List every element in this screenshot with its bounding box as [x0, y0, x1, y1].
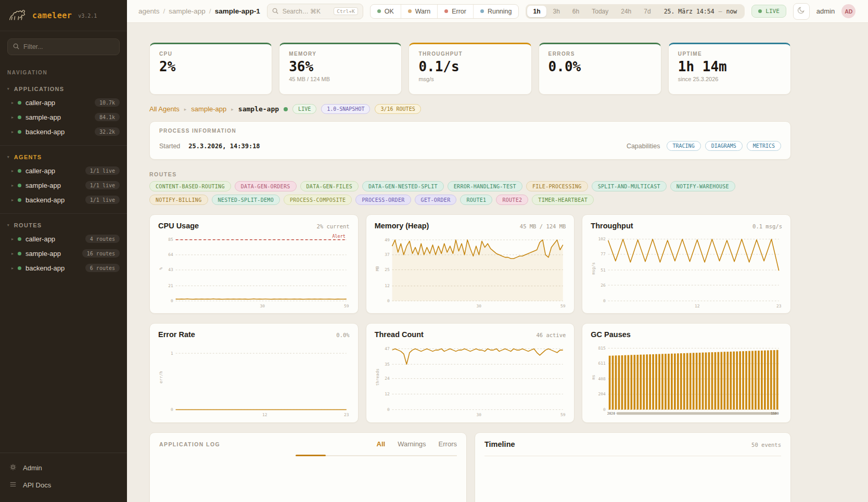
- tab-warnings[interactable]: Warnings: [398, 440, 426, 449]
- breadcrumb-agents[interactable]: agents: [138, 7, 160, 15]
- date-range[interactable]: 25. März 14:54 — now: [658, 8, 744, 15]
- route-chip[interactable]: FILE-PROCESSING: [526, 181, 588, 191]
- kpi-label: THROUGHPUT: [418, 51, 521, 57]
- error-rate-chart: 01err/h1223: [158, 341, 350, 418]
- admin-link[interactable]: Admin: [0, 459, 127, 477]
- filter-ok[interactable]: OK: [371, 5, 401, 18]
- svg-text:12: 12: [262, 413, 267, 418]
- time-range-7d[interactable]: 7d: [638, 6, 656, 17]
- list-icon: [9, 481, 17, 490]
- svg-text:47: 47: [385, 346, 390, 351]
- gear-icon: [9, 464, 17, 472]
- route-chip[interactable]: DATA-GEN-ORDERS: [235, 181, 297, 191]
- sidebar-item-backend-app-routes[interactable]: ▸ backend-app 6 routes: [0, 261, 127, 275]
- route-chip[interactable]: PROCESS-COMPOSITE: [284, 195, 352, 205]
- tab-errors[interactable]: Errors: [439, 440, 457, 449]
- item-label: backend-app: [25, 196, 65, 204]
- routes-label: ROUTES: [149, 171, 791, 177]
- sample-app-link[interactable]: sample-app: [191, 105, 226, 113]
- active-tab-indicator: [296, 455, 326, 456]
- breadcrumb-separator: /: [209, 7, 211, 15]
- svg-text:threads: threads: [375, 369, 380, 386]
- sidebar-item-sample-app-agent[interactable]: ▸ sample-app 1/1 live: [0, 178, 127, 192]
- search-input[interactable]: [283, 8, 330, 15]
- svg-text:21: 21: [168, 284, 173, 288]
- route-chip[interactable]: DATA-GEN-NESTED-SPLIT: [362, 181, 444, 191]
- chart-title: Error Rate: [158, 330, 195, 339]
- sidebar-filter[interactable]: [7, 38, 120, 55]
- filter-warn[interactable]: Warn: [401, 5, 437, 18]
- route-chip[interactable]: ROUTE2: [496, 195, 528, 205]
- time-range-24h[interactable]: 24h: [615, 6, 637, 17]
- route-chip[interactable]: GET-ORDER: [415, 195, 457, 205]
- sidebar-item-caller-app-agent[interactable]: ▸ caller-app 1/1 live: [0, 163, 127, 178]
- application-log-card: APPLICATION LOG All Warnings Errors: [149, 432, 467, 502]
- route-chip[interactable]: NOTIFY-WAREHOUSE: [670, 181, 735, 191]
- search-icon: [272, 7, 278, 16]
- route-chip[interactable]: TIMER-HEARTBEAT: [532, 195, 594, 205]
- svg-text:30: 30: [476, 413, 481, 418]
- avatar[interactable]: AD: [841, 4, 856, 18]
- group-header-agents[interactable]: ▾ AGENTS: [0, 151, 127, 163]
- chart-meta: 46 active: [536, 332, 566, 338]
- svg-text:1500: 1500: [771, 412, 780, 416]
- all-agents-link[interactable]: All Agents: [149, 105, 180, 113]
- time-range-1h[interactable]: 1h: [527, 6, 546, 17]
- thread-count-card: Thread Count 46 active 012243547threads3…: [366, 323, 575, 422]
- time-range-3h[interactable]: 3h: [547, 6, 566, 17]
- filter-label: Running: [488, 8, 512, 15]
- kpi-label: ERRORS: [548, 51, 652, 57]
- filter-label: OK: [385, 8, 394, 15]
- time-range-today[interactable]: Today: [586, 6, 614, 17]
- timeline-card: Timeline 50 events: [475, 432, 791, 502]
- chart-title: Thread Count: [375, 330, 424, 339]
- svg-text:408: 408: [598, 377, 606, 381]
- brand[interactable]: cameleer v3.2.1: [0, 0, 127, 31]
- item-label: sample-app: [25, 250, 61, 258]
- sidebar-item-sample-app[interactable]: ▸ sample-app 84.1k: [0, 110, 127, 124]
- route-chip[interactable]: PROCESS-ORDER: [355, 195, 411, 205]
- count-badge: 84.1k: [95, 113, 120, 121]
- kpi-errors: ERRORS 0.0%: [539, 43, 661, 95]
- sidebar-item-sample-app-routes[interactable]: ▸ sample-app 16 routes: [0, 246, 127, 261]
- sidebar-item-backend-app[interactable]: ▸ backend-app 32.2k: [0, 124, 127, 139]
- capability-diagrams: DIAGRAMS: [705, 141, 743, 151]
- timeline-event-count: 50 events: [751, 442, 781, 448]
- svg-text:Alert: Alert: [333, 234, 346, 239]
- routes-count-badge: 3/16 ROUTES: [375, 104, 420, 114]
- route-chip[interactable]: NESTED-SPLIT-DEMO: [212, 195, 280, 205]
- svg-text:24: 24: [385, 376, 390, 381]
- svg-text:64: 64: [168, 252, 173, 257]
- sidebar-item-backend-app-agent[interactable]: ▸ backend-app 1/1 live: [0, 192, 127, 207]
- route-chip[interactable]: ROUTE1: [460, 195, 492, 205]
- status-dot: [18, 237, 21, 241]
- time-range-6h[interactable]: 6h: [567, 6, 585, 17]
- route-chip[interactable]: NOTIFY-BILLING: [149, 195, 208, 205]
- kpi-sub: 45 MB / 124 MB: [289, 76, 392, 82]
- group-header-routes[interactable]: ▾ ROUTES: [0, 219, 127, 231]
- group-header-applications[interactable]: ▾ APPLICATIONS: [0, 83, 127, 95]
- filter-error[interactable]: Error: [437, 5, 473, 18]
- kpi-memory: MEMORY 36% 45 MB / 124 MB: [279, 43, 402, 95]
- breadcrumb-sample-app[interactable]: sample-app: [169, 7, 206, 15]
- sidebar-item-caller-app-routes[interactable]: ▸ caller-app 4 routes: [0, 231, 127, 246]
- api-docs-link[interactable]: API Docs: [0, 477, 127, 494]
- route-chip[interactable]: CONTENT-BASED-ROUTING: [149, 181, 231, 191]
- filter-running[interactable]: Running: [473, 5, 519, 18]
- separator: ▸: [231, 107, 234, 112]
- filter-input[interactable]: [23, 43, 114, 50]
- svg-text:25: 25: [385, 267, 390, 272]
- route-chip[interactable]: SPLIT-AND-MULTICAST: [592, 181, 667, 191]
- global-search[interactable]: Ctrl+K: [267, 4, 363, 19]
- tab-all[interactable]: All: [377, 440, 386, 449]
- dark-mode-toggle[interactable]: [793, 3, 810, 20]
- live-indicator[interactable]: LIVE: [751, 5, 786, 18]
- svg-text:msg/s: msg/s: [591, 262, 596, 275]
- item-label: caller-app: [25, 167, 55, 175]
- svg-text:59: 59: [560, 304, 566, 308]
- route-chips: CONTENT-BASED-ROUTING DATA-GEN-ORDERS DA…: [149, 181, 791, 205]
- route-chip[interactable]: DATA-GEN-FILES: [300, 181, 359, 191]
- sidebar-item-caller-app[interactable]: ▸ caller-app 10.7k: [0, 95, 127, 110]
- status-dot: [18, 184, 21, 187]
- route-chip[interactable]: ERROR-HANDLING-TEST: [448, 181, 522, 191]
